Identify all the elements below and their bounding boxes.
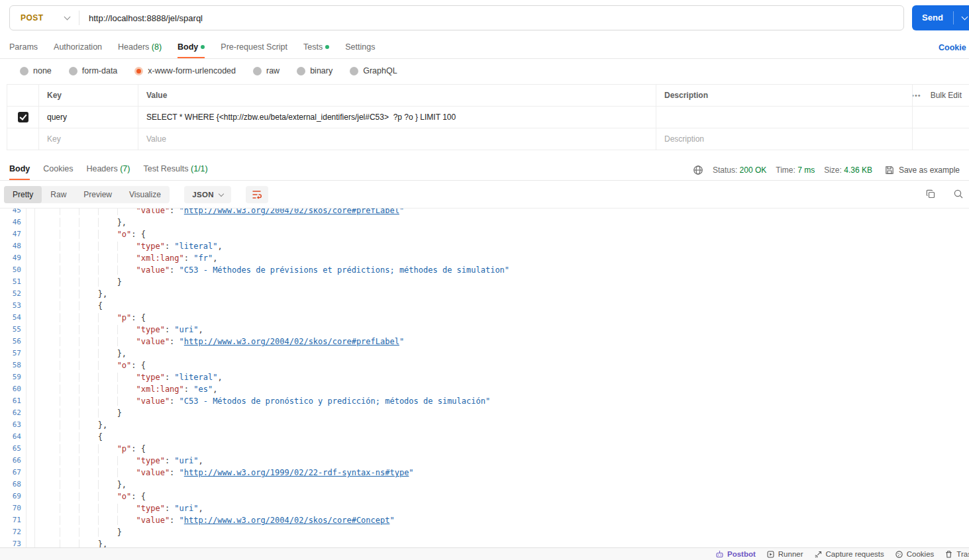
value-cell[interactable]: SELECT * WHERE {<http://zbw.eu/beta/exte… <box>138 107 656 128</box>
save-as-example-button[interactable]: Save as example <box>884 165 960 175</box>
fold-gutter[interactable] <box>26 288 35 300</box>
response-tab-cookies[interactable]: Cookies <box>43 159 73 180</box>
method-selector[interactable]: POST <box>10 13 79 23</box>
fold-gutter[interactable] <box>26 455 35 467</box>
line-number: 45 <box>0 208 26 216</box>
tab-params[interactable]: Params <box>9 37 38 58</box>
fold-gutter[interactable] <box>26 371 35 383</box>
line-number: 55 <box>0 324 26 336</box>
line-number: 72 <box>0 526 26 538</box>
fold-gutter[interactable] <box>26 252 35 264</box>
checkbox-checked[interactable] <box>18 112 28 122</box>
line-number: 46 <box>0 216 26 228</box>
fold-gutter[interactable] <box>26 300 35 312</box>
cookies-link[interactable]: Cookie <box>939 37 966 58</box>
line-number: 52 <box>0 288 26 300</box>
bulk-edit-button[interactable]: Bulk Edit <box>931 91 962 100</box>
fold-gutter[interactable] <box>26 443 35 455</box>
indent-guide <box>79 265 98 275</box>
tab-headers[interactable]: Headers (8) <box>118 37 162 58</box>
body-mode-binary[interactable]: binary <box>297 66 332 75</box>
fold-gutter[interactable] <box>26 490 35 502</box>
indent-guide <box>79 397 98 406</box>
fold-gutter[interactable] <box>26 514 35 526</box>
indent-guide <box>60 492 79 501</box>
fold-gutter[interactable] <box>26 395 35 407</box>
code-text: "o": { <box>35 359 146 371</box>
fold-gutter[interactable] <box>26 526 35 538</box>
body-mode-x-www-form-urlencoded[interactable]: x-www-form-urlencoded <box>134 66 236 75</box>
fold-gutter[interactable] <box>26 228 35 240</box>
fold-gutter[interactable] <box>26 312 35 324</box>
response-tab-headers[interactable]: Headers (7) <box>86 159 130 180</box>
body-mode-none[interactable]: none <box>20 66 52 75</box>
fold-gutter[interactable] <box>26 479 35 490</box>
fold-gutter[interactable] <box>26 431 35 443</box>
fold-gutter[interactable] <box>26 348 35 359</box>
fold-gutter[interactable] <box>26 359 35 371</box>
indent-guide <box>98 313 117 322</box>
json-link[interactable]: http://www.w3.org/2004/02/skos/core#pref… <box>184 208 399 215</box>
fold-gutter[interactable] <box>26 324 35 336</box>
key-cell[interactable]: query <box>39 107 138 128</box>
json-link[interactable]: http://www.w3.org/1999/02/22-rdf-syntax-… <box>184 468 409 477</box>
indent-guide <box>117 468 136 477</box>
line-number: 51 <box>0 276 26 288</box>
line-number: 64 <box>0 431 26 443</box>
send-button[interactable]: Send <box>912 5 969 30</box>
tab-tests[interactable]: Tests <box>303 37 329 58</box>
fold-gutter[interactable] <box>26 240 35 252</box>
fold-gutter[interactable] <box>26 216 35 228</box>
postbot-icon <box>715 550 724 559</box>
fold-gutter[interactable] <box>26 276 35 288</box>
fold-gutter[interactable] <box>26 336 35 348</box>
view-tab-raw[interactable]: Raw <box>42 186 75 203</box>
body-mode-form-data[interactable]: form-data <box>69 66 118 75</box>
footer-cookies-button[interactable]: Cookies <box>895 550 935 559</box>
more-options-icon[interactable]: ••• <box>913 91 921 99</box>
chevron-down-icon <box>962 14 968 21</box>
view-tab-preview[interactable]: Preview <box>75 186 121 203</box>
network-globe-icon[interactable] <box>693 165 703 175</box>
description-input-placeholder[interactable]: Description <box>656 128 913 150</box>
response-body-viewer[interactable]: 45 "value": "http://www.w3.org/2004/02/s… <box>0 208 969 547</box>
copy-icon[interactable] <box>925 189 936 199</box>
footer-capture-requests-button[interactable]: Capture requests <box>814 550 884 559</box>
indent-guide <box>60 528 79 537</box>
url-input[interactable] <box>79 13 903 23</box>
view-tab-visualize[interactable]: Visualize <box>121 186 170 203</box>
fold-gutter[interactable] <box>26 383 35 395</box>
json-link[interactable]: http://www.w3.org/2004/02/skos/core#pref… <box>184 337 399 346</box>
fold-gutter[interactable] <box>26 467 35 479</box>
language-selector[interactable]: JSON <box>184 186 231 203</box>
view-tab-pretty[interactable]: Pretty <box>4 186 42 203</box>
description-cell[interactable] <box>656 107 913 128</box>
json-punctuation: } <box>117 528 122 537</box>
wrap-text-button[interactable] <box>246 186 268 203</box>
footer-runner-button[interactable]: Runner <box>766 550 803 559</box>
tab-authorization[interactable]: Authorization <box>54 37 102 58</box>
tab-settings[interactable]: Settings <box>345 37 375 58</box>
fold-gutter[interactable] <box>26 407 35 419</box>
send-options-button[interactable] <box>954 5 969 30</box>
tab-body[interactable]: Body <box>178 37 205 58</box>
search-icon[interactable] <box>953 189 964 199</box>
fold-gutter[interactable] <box>26 208 35 216</box>
indent-guide <box>40 349 60 358</box>
footer-postbot-button[interactable]: Postbot <box>715 550 756 559</box>
body-mode-GraphQL[interactable]: GraphQL <box>350 66 397 75</box>
fold-gutter[interactable] <box>26 502 35 514</box>
fold-gutter[interactable] <box>26 538 35 547</box>
response-tab-test-results[interactable]: Test Results (1/1) <box>143 159 207 180</box>
response-tab-body[interactable]: Body <box>9 159 30 180</box>
tab-pre-request-script[interactable]: Pre-request Script <box>221 37 287 58</box>
json-link[interactable]: http://www.w3.org/2004/02/skos/core#Conc… <box>184 516 390 525</box>
fold-gutter[interactable] <box>26 264 35 276</box>
json-punctuation: : <box>165 373 174 382</box>
fold-gutter[interactable] <box>26 419 35 431</box>
value-input-placeholder[interactable]: Value <box>138 128 656 150</box>
body-mode-raw[interactable]: raw <box>253 66 280 75</box>
key-input-placeholder[interactable]: Key <box>39 128 138 150</box>
footer-trash-button[interactable]: Trash <box>944 550 969 559</box>
indent-guide <box>40 504 60 513</box>
